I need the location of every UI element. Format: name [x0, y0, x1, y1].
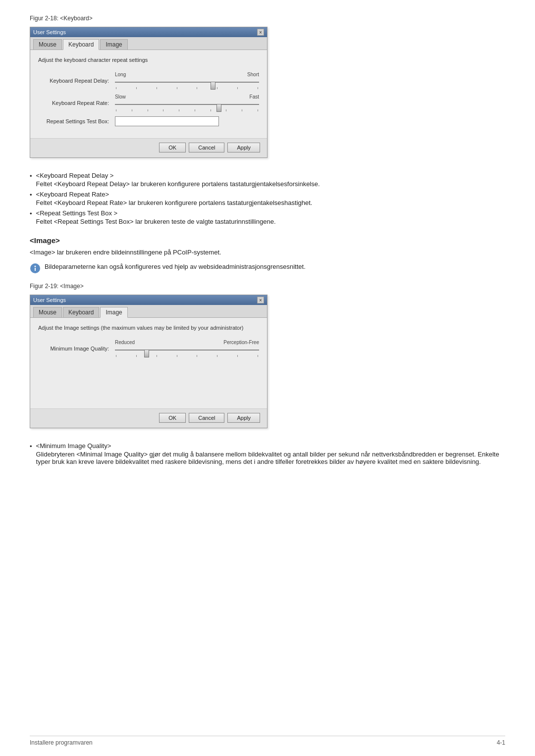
image-quality-left-label: Reduced — [115, 340, 135, 345]
tab2-image[interactable]: Image — [100, 307, 127, 318]
test-box-row: Repeat Settings Test Box: — [38, 116, 259, 126]
tick — [237, 87, 238, 89]
dialog2-ok-button[interactable]: OK — [159, 413, 186, 423]
tick — [157, 87, 157, 89]
test-box-input[interactable] — [115, 116, 219, 126]
keyboard-dialog: User Settings × Mouse Keyboard Image Adj… — [30, 27, 268, 158]
keyboard-delay-labels: Long Short — [115, 72, 259, 77]
keyboard-delay-track — [115, 78, 259, 86]
keyboard-bullets: • <Keyboard Repeat Delay > Feltet <Keybo… — [30, 172, 505, 225]
figure1-caption: Figur 2-18: <Keyboard> — [30, 15, 505, 22]
tick — [116, 109, 116, 111]
footer-right: 4-1 — [497, 739, 505, 746]
keyboard-delay-row: Keyboard Repeat Delay: Long Short — [38, 72, 259, 89]
tick — [237, 355, 238, 357]
note-text: Bildeparameterne kan også konfigureres v… — [45, 263, 306, 270]
bullet-title-delay: <Keyboard Repeat Delay > — [36, 172, 320, 179]
svg-rect-2 — [35, 268, 36, 271]
image-quality-line — [115, 350, 259, 351]
tick — [132, 109, 132, 111]
image-section-intro: <Image> lar brukeren endre bildeinnstill… — [30, 249, 505, 256]
keyboard-rate-thumb[interactable] — [216, 104, 221, 112]
bullet-title-testbox: <Repeat Settings Test Box > — [36, 209, 276, 217]
image-quality-row: Minimum Image Quality: Reduced Perceptio… — [38, 340, 259, 357]
tick — [242, 109, 242, 111]
dialog2-cancel-button[interactable]: Cancel — [189, 413, 224, 423]
keyboard-rate-right-label: Fast — [250, 94, 259, 100]
tick — [148, 109, 148, 111]
bullet-content-delay: <Keyboard Repeat Delay > Feltet <Keyboar… — [36, 172, 320, 188]
dialog2-close-button[interactable]: × — [257, 297, 264, 303]
keyboard-delay-right-label: Short — [247, 72, 259, 77]
dialog1-titlebar: User Settings × — [30, 27, 267, 37]
tab-mouse[interactable]: Mouse — [33, 39, 62, 50]
tick — [136, 87, 137, 89]
keyboard-delay-ticks — [115, 87, 259, 89]
keyboard-delay-label: Keyboard Repeat Delay: — [38, 78, 115, 84]
note-box: Bildeparameterne kan også konfigureres v… — [30, 263, 505, 274]
tick — [217, 87, 217, 89]
dialog1-description: Adjust the keyboard character repeat set… — [38, 57, 259, 63]
image-quality-labels: Reduced Perception-Free — [115, 340, 259, 345]
bullet-title-rate: <Keyboard Repeat Rate> — [36, 191, 313, 198]
tick — [179, 109, 179, 111]
bullet-content-rate: <Keyboard Repeat Rate> Feltet <Keyboard … — [36, 191, 313, 206]
keyboard-delay-slider-wrapper: Long Short — [115, 72, 259, 89]
tab2-mouse[interactable]: Mouse — [33, 307, 62, 317]
bullet-title-quality: <Minimum Image Quality> — [36, 442, 505, 450]
tab-image[interactable]: Image — [100, 39, 127, 50]
dialog1-apply-button[interactable]: Apply — [227, 143, 260, 152]
tick — [157, 355, 157, 357]
tick — [177, 87, 177, 89]
bullet-dot: • — [30, 172, 32, 188]
dialog1-ok-button[interactable]: OK — [159, 143, 186, 152]
image-dialog: User Settings × Mouse Keyboard Image Adj… — [30, 295, 268, 428]
keyboard-rate-ticks — [115, 109, 259, 111]
page-footer: Installere programvaren 4-1 — [30, 736, 505, 746]
image-bullets: • <Minimum Image Quality> Glidebryteren … — [30, 442, 505, 465]
image-quality-ticks — [115, 355, 259, 357]
keyboard-rate-track — [115, 101, 259, 108]
image-quality-label: Minimum Image Quality: — [38, 346, 115, 352]
dialog2-spacer — [38, 362, 259, 402]
bullet-desc-quality: Glidebryteren <Minimal Image Quality> gj… — [36, 451, 505, 465]
dialog2-titlebar: User Settings × — [30, 295, 267, 305]
tab2-keyboard[interactable]: Keyboard — [63, 307, 99, 317]
bullet-desc-delay: Feltet <Keyboard Repeat Delay> lar bruke… — [36, 180, 320, 188]
dialog2-description: Adjust the Image settings (the maximum v… — [38, 325, 259, 331]
dialog1-title: User Settings — [33, 29, 66, 35]
image-quality-right-label: Perception-Free — [223, 340, 259, 345]
bullet-item-quality: • <Minimum Image Quality> Glidebryteren … — [30, 442, 505, 465]
tick — [177, 355, 177, 357]
figure2-caption: Figur 2-19: <Image> — [30, 283, 505, 290]
dialog1-cancel-button[interactable]: Cancel — [189, 143, 224, 152]
bullet-content-quality: <Minimum Image Quality> Glidebryteren <M… — [36, 442, 505, 465]
keyboard-delay-thumb[interactable] — [211, 82, 215, 90]
image-quality-slider-wrapper: Reduced Perception-Free — [115, 340, 259, 357]
keyboard-rate-row: Keyboard Repeat Rate: Slow Fast — [38, 94, 259, 111]
keyboard-rate-line — [115, 104, 259, 105]
tick — [226, 109, 226, 111]
tick — [258, 109, 258, 111]
dialog2-footer: OK Cancel Apply — [30, 408, 267, 428]
dialog1-tabs: Mouse Keyboard Image — [30, 37, 267, 50]
keyboard-rate-labels: Slow Fast — [115, 94, 259, 100]
bullet-dot: • — [30, 443, 32, 465]
dialog2-body: Adjust the Image settings (the maximum v… — [30, 318, 267, 408]
tick — [197, 87, 197, 89]
tick — [197, 355, 197, 357]
tick — [195, 109, 195, 111]
tick — [258, 87, 258, 89]
footer-left: Installere programvaren — [30, 739, 93, 746]
bullet-item-testbox: • <Repeat Settings Test Box > Feltet <Re… — [30, 209, 505, 225]
image-section-heading: <Image> — [30, 236, 505, 245]
tab-keyboard[interactable]: Keyboard — [63, 39, 99, 50]
keyboard-rate-left-label: Slow — [115, 94, 126, 100]
tick — [217, 355, 217, 357]
dialog2-tabs: Mouse Keyboard Image — [30, 305, 267, 318]
keyboard-rate-slider-wrapper: Slow Fast — [115, 94, 259, 111]
dialog2-apply-button[interactable]: Apply — [227, 413, 260, 423]
dialog1-close-button[interactable]: × — [257, 29, 264, 36]
image-quality-thumb[interactable] — [144, 350, 149, 357]
tick — [163, 109, 163, 111]
